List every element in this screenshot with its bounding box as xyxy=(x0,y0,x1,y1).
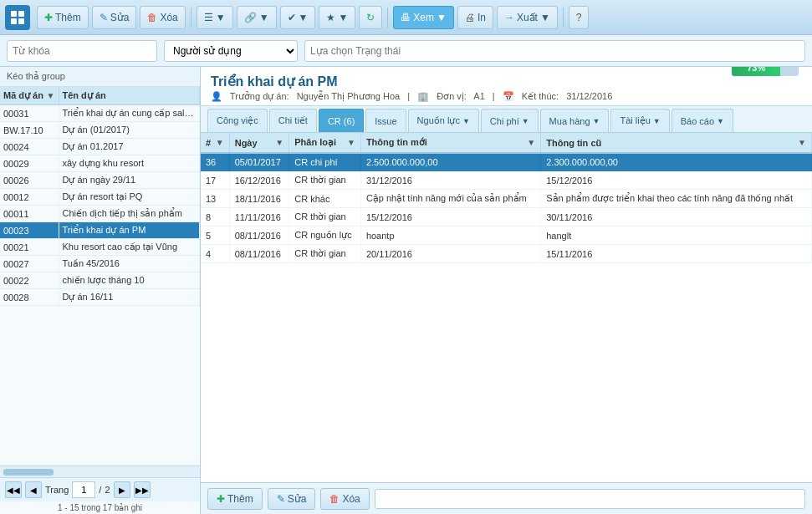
manager-label: Trưởng dự án: xyxy=(230,91,289,101)
project-row[interactable]: 00021Khu resort cao cấp tại Vũng xyxy=(0,239,200,256)
col-ten-du-an: Tên dự án xyxy=(59,87,200,105)
svg-rect-1 xyxy=(18,11,24,17)
bottom-sua-button[interactable]: ✎ Sửa xyxy=(268,488,316,510)
col-stt: #▼ xyxy=(201,133,229,153)
xem-button[interactable]: 🖶 Xem ▼ xyxy=(393,6,454,29)
status-input[interactable] xyxy=(304,40,805,62)
page-input[interactable] xyxy=(72,481,95,498)
filter-ngay-icon[interactable]: ▼ xyxy=(275,138,283,147)
printer-icon: 🖨 xyxy=(465,12,475,23)
svg-rect-0 xyxy=(11,11,17,17)
table-row[interactable]: 811/11/2016CR thời gian15/12/201630/11/2… xyxy=(201,208,812,226)
next-page-button[interactable]: ▶ xyxy=(114,481,130,498)
group-label: Kéo thả group xyxy=(0,67,200,87)
app-logo xyxy=(5,5,30,30)
help-icon: ? xyxy=(576,12,582,23)
person-icon: 👤 xyxy=(211,91,222,101)
tab-cr[interactable]: CR (6) xyxy=(319,109,364,132)
star-icon: ★ xyxy=(326,12,335,23)
project-row[interactable]: 00012Dự án resort tại PQ xyxy=(0,189,200,206)
sua-button[interactable]: ✎ Sửa xyxy=(92,6,137,29)
bottom-bar: ✚ Thêm ✎ Sửa 🗑 Xóa xyxy=(201,482,812,514)
project-meta: 👤 Trưởng dự án: Nguyễn Thị Phương Hoa | … xyxy=(211,91,617,102)
tab-chi-tiet[interactable]: Chi tiết xyxy=(269,109,317,132)
filter-stt-icon[interactable]: ▼ xyxy=(216,138,224,147)
status-badge: Đang triển khai 73% xyxy=(732,67,799,76)
searchbar: Người sử dụng xyxy=(0,35,812,67)
data-table-container[interactable]: #▼Ngày▼Phân loại▼Thông tin mới▼Thông tin… xyxy=(201,133,812,482)
project-row[interactable]: 00023Triển khai dự án PM xyxy=(0,222,200,239)
sep3 xyxy=(563,8,564,28)
col-thong_tin_moi: Thông tin mới▼ xyxy=(360,133,540,153)
star-button[interactable]: ★ ▼ xyxy=(319,6,355,29)
right-panel: Triển khai dự án PM 👤 Trưởng dự án: Nguy… xyxy=(201,67,812,514)
them-button[interactable]: ✚ Thêm xyxy=(37,6,89,29)
deadline-label: Kết thúc: xyxy=(522,91,559,101)
refresh-icon: ↻ xyxy=(366,12,375,23)
project-row[interactable]: 00022chiến lược tháng 10 xyxy=(0,272,200,289)
deadline-date: 31/12/2016 xyxy=(566,91,612,101)
chevron-down-icon: ▼ xyxy=(593,117,600,125)
print-icon: 🖶 xyxy=(401,12,411,23)
table-row[interactable]: 1716/12/2016CR thời gian31/12/201615/12/… xyxy=(201,171,812,190)
sep2 xyxy=(387,8,388,28)
tabs-bar: Công việcChi tiếtCR (6)IssueNguồn lực ▼C… xyxy=(201,106,812,133)
tab-issue[interactable]: Issue xyxy=(365,109,406,132)
manager-name: Nguyễn Thị Phương Hoa xyxy=(297,91,400,101)
bottom-them-button[interactable]: ✚ Thêm xyxy=(207,488,263,510)
tab-nguon-luc[interactable]: Nguồn lực ▼ xyxy=(408,109,479,132)
chevron-down-icon: ▼ xyxy=(522,117,529,125)
project-row[interactable]: 00028Dự án 16/11 xyxy=(0,289,200,306)
bottom-trash-icon: 🗑 xyxy=(329,493,340,505)
edit-icon: ✎ xyxy=(100,12,108,23)
menu-button[interactable]: ☰ ▼ xyxy=(197,6,233,29)
refresh-button[interactable]: ↻ xyxy=(359,6,382,29)
table-row[interactable]: 508/11/2016CR nguồn lựchoantphanglt xyxy=(201,226,812,245)
project-row[interactable]: 00024Dự án 01.2017 xyxy=(0,139,200,155)
check-button[interactable]: ✔ ▼ xyxy=(280,6,316,29)
data-table: #▼Ngày▼Phân loại▼Thông tin mới▼Thông tin… xyxy=(201,133,812,263)
tab-mua-hang[interactable]: Mua hàng ▼ xyxy=(540,109,610,132)
first-page-button[interactable]: ◀◀ xyxy=(5,481,22,498)
export-icon: → xyxy=(504,12,514,23)
progress-bar: 73% xyxy=(732,67,799,76)
filter-phan_loai-icon[interactable]: ▼ xyxy=(347,138,355,147)
filter-thong_tin_cu-icon[interactable]: ▼ xyxy=(798,138,806,147)
right-header: Triển khai dự án PM 👤 Trưởng dự án: Nguy… xyxy=(201,67,812,106)
last-page-button[interactable]: ▶▶ xyxy=(134,481,151,498)
filter-ma-du-an-icon[interactable]: ▼ xyxy=(47,91,55,100)
filter-thong_tin_moi-icon[interactable]: ▼ xyxy=(527,138,535,147)
in-button[interactable]: 🖨 In xyxy=(457,6,493,29)
total-pages: 2 xyxy=(105,485,110,495)
check-icon: ✔ xyxy=(288,12,296,23)
tab-chi-phi[interactable]: Chi phí ▼ xyxy=(481,109,539,132)
prev-page-button[interactable]: ◀ xyxy=(25,481,42,498)
chevron-down-icon: ▼ xyxy=(717,117,724,125)
project-table: Mã dự án ▼ Tên dự án 00031Triển khai dự … xyxy=(0,87,200,466)
project-row[interactable]: 00029xây dựng khu resort xyxy=(0,155,200,172)
bottom-search-input[interactable] xyxy=(375,489,805,509)
bottom-xoa-button[interactable]: 🗑 Xóa xyxy=(320,488,369,510)
chevron-down-icon: ▼ xyxy=(462,117,470,125)
project-row[interactable]: BW.17.10Dự án (01/2017) xyxy=(0,122,200,139)
project-row[interactable]: 00031Triển khai dự án cung cấp salon cho… xyxy=(0,105,200,122)
project-row[interactable]: 00027Tuần 45/2016 xyxy=(0,256,200,272)
link-button[interactable]: 🔗 ▼ xyxy=(237,6,277,29)
tab-tai-lieu[interactable]: Tài liệu ▼ xyxy=(610,109,669,132)
table-row[interactable]: 408/11/2016CR thời gian20/11/201615/11/2… xyxy=(201,245,812,263)
xuat-button[interactable]: → Xuất ▼ xyxy=(497,6,558,29)
project-row[interactable]: 00026Dự án ngày 29/11 xyxy=(0,172,200,189)
xoa-button[interactable]: 🗑 Xóa xyxy=(140,6,185,29)
col-thong_tin_cu: Thông tin cũ▼ xyxy=(541,133,812,153)
tab-bao-cao[interactable]: Báo cáo ▼ xyxy=(672,109,733,132)
keyword-input[interactable] xyxy=(7,40,157,62)
left-panel: Kéo thả group Mã dự án ▼ Tên dự án xyxy=(0,67,201,514)
project-row[interactable]: 00011Chiến dịch tiếp thị sản phẩm xyxy=(0,206,200,222)
table-row[interactable]: 1318/11/2016CR khácCập nhật tính năng mớ… xyxy=(201,190,812,208)
help-button[interactable]: ? xyxy=(569,6,590,29)
table-row[interactable]: 3605/01/2017CR chi phí2.500.000.000,002.… xyxy=(201,153,812,171)
user-select[interactable]: Người sử dụng xyxy=(164,40,298,62)
chevron-down-icon: ▼ xyxy=(653,117,661,125)
col-ma-du-an: Mã dự án ▼ xyxy=(0,87,59,105)
tab-cong-viec[interactable]: Công việc xyxy=(207,109,268,132)
